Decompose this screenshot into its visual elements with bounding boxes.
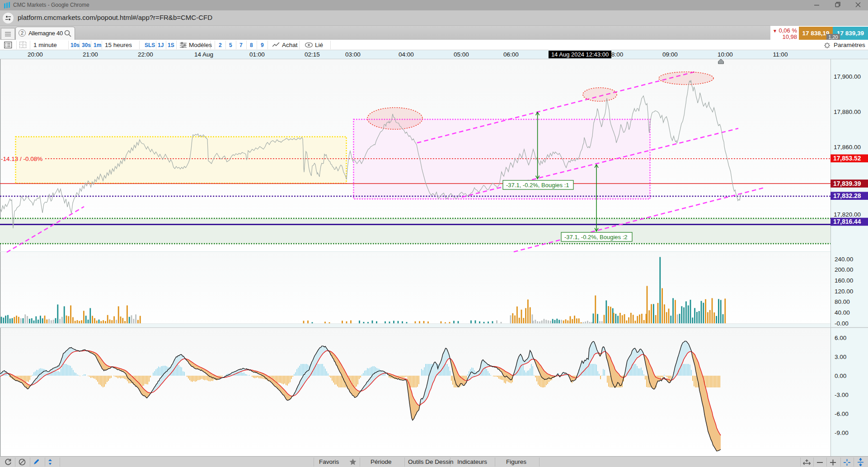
svg-text:17,816.44: 17,816.44: [833, 218, 861, 225]
svg-text:240.00: 240.00: [835, 256, 853, 263]
svg-text:17,853.52: 17,853.52: [833, 155, 861, 162]
svg-text:6.00: 6.00: [835, 335, 846, 341]
svg-text:-9.00: -9.00: [835, 429, 849, 436]
svg-text:-14.13 / -0.08%: -14.13 / -0.08%: [1, 156, 42, 162]
svg-text:80.00: 80.00: [835, 298, 850, 305]
svg-text:-0.00: -0.00: [835, 320, 849, 327]
svg-text:-37.1, -0.2%, Bougies :2: -37.1, -0.2%, Bougies :2: [564, 234, 627, 241]
svg-text:40.00: 40.00: [835, 309, 850, 316]
svg-text:160.00: 160.00: [835, 277, 853, 284]
svg-text:17,820.00: 17,820.00: [834, 211, 861, 218]
svg-text:17,880.00: 17,880.00: [834, 108, 861, 115]
svg-text:0.00: 0.00: [835, 373, 846, 379]
svg-text:17,860.00: 17,860.00: [834, 144, 861, 151]
svg-text:120.00: 120.00: [835, 288, 853, 295]
svg-text:-6.00: -6.00: [835, 410, 849, 417]
svg-text:17,839.39: 17,839.39: [833, 180, 861, 187]
svg-text:3.00: 3.00: [835, 354, 846, 360]
svg-text:17,900.00: 17,900.00: [834, 73, 861, 80]
svg-text:17,832.28: 17,832.28: [833, 193, 861, 199]
svg-text:-3.00: -3.00: [835, 392, 849, 398]
svg-text:200.00: 200.00: [835, 266, 853, 273]
svg-text:-37.1, -0.2%, Bougies :1: -37.1, -0.2%, Bougies :1: [506, 182, 569, 189]
